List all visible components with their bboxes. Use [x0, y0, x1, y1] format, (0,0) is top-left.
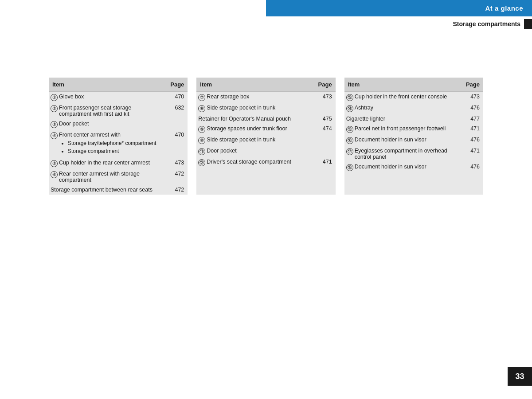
sub-item: Storage compartment	[68, 147, 165, 155]
page-cell: 476	[463, 103, 483, 114]
circle-num: ⑥	[51, 171, 58, 178]
item-text: Storage spaces under trunk floor	[207, 125, 309, 132]
table2-col-item: Item	[196, 78, 312, 92]
circle-num: ②	[51, 105, 58, 112]
sub-item: Storage tray/telephone* compartment	[68, 139, 165, 147]
item-text: Document holder in sun visor	[355, 137, 461, 143]
item-text: Cup holder in the front center console	[355, 94, 461, 100]
table-row: ⑥ Rear center armrest with storage compa…	[49, 169, 188, 185]
item-cell: Cigarette lighter	[344, 114, 463, 124]
page-cell: 476	[463, 135, 483, 146]
circle-num: ④	[51, 132, 58, 139]
item-cell: ④ Front center armrest with Storage tray…	[49, 130, 168, 158]
page-cell	[312, 146, 335, 157]
page-cell: 475	[312, 114, 335, 124]
item-cell: ① Glove box	[49, 92, 168, 103]
table-row: ⑫ Driver's seat storage compartment 471	[196, 157, 335, 168]
title-block-decoration	[524, 19, 532, 29]
page-cell	[312, 135, 335, 146]
page-cell: 470	[168, 92, 188, 103]
circle-num: ⑤	[51, 160, 58, 167]
circle-num: ⑮	[346, 126, 353, 133]
table2-col-page: Page	[312, 78, 335, 92]
table-row: ⑮ Parcel net in front passenger footwell…	[344, 124, 483, 135]
item-cell: ⑮ Parcel net in front passenger footwell	[344, 124, 463, 135]
table-row: ⑭ Ashtray 476	[344, 103, 483, 114]
item-text: Door pocket	[207, 148, 309, 154]
table-2: Item Page ⑦ Rear storage box 473	[196, 78, 335, 168]
table-row: ⑦ Rear storage box 473	[196, 92, 335, 103]
item-cell: ⑪ Door pocket	[196, 146, 312, 157]
item-text: Storage compartment between rear seats	[51, 187, 153, 193]
page-cell: 473	[312, 92, 335, 103]
page-cell	[168, 119, 188, 130]
circle-num: ⑰	[346, 148, 353, 155]
page-cell: 474	[312, 124, 335, 135]
table-row: ② Front passenger seat storage compartme…	[49, 103, 188, 119]
page-cell: 477	[463, 114, 483, 124]
item-text: Retainer for Operator's Manual pouch	[198, 116, 291, 122]
page-cell: 470	[168, 130, 188, 158]
table-row: ⑪ Door pocket	[196, 146, 335, 157]
at-a-glance-bar: At a glance	[266, 0, 532, 16]
item-cell: ③ Door pocket	[49, 119, 168, 130]
item-text: Eyeglasses compartment in overhead contr…	[355, 148, 461, 160]
table-row: ⑯ Document holder in sun visor 476	[344, 135, 483, 146]
page-number-box: 33	[508, 367, 532, 386]
item-text: Rear storage box	[207, 94, 309, 100]
table1-col-page: Page	[168, 78, 188, 92]
item-text: Front passenger seat storage compartment…	[59, 105, 165, 117]
storage-title-row: Storage compartments	[266, 16, 532, 31]
table-row: ① Glove box 470	[49, 92, 188, 103]
item-cell: ⑧ Side storage pocket in trunk	[196, 103, 312, 114]
table-row: Cigarette lighter 477	[344, 114, 483, 124]
item-cell: ② Front passenger seat storage compartme…	[49, 103, 168, 119]
table-row: ⑤ Cup holder in the rear center armrest …	[49, 158, 188, 169]
circle-num: ⑧	[198, 105, 205, 112]
item-text: Cigarette lighter	[346, 116, 385, 122]
page-cell: 472	[168, 185, 188, 195]
item-text: Front center armrest with Storage tray/t…	[59, 132, 165, 156]
item-cell: ⑩ Side storage pocket in trunk	[196, 135, 312, 146]
table3-col-item: Item	[344, 78, 463, 92]
circle-num: ①	[51, 94, 58, 101]
item-text: Ashtray	[355, 105, 461, 111]
at-a-glance-text: At a glance	[485, 4, 523, 12]
item-cell: Storage compartment between rear seats	[49, 185, 168, 195]
page-cell: 632	[168, 103, 188, 119]
header-area: At a glance Storage compartments	[266, 0, 532, 31]
table-section-3: Item Page ⑬ Cup holder in the front cent…	[344, 78, 483, 195]
table-row: ⑬ Cup holder in the front center console…	[344, 92, 483, 103]
item-cell: ⑦ Rear storage box	[196, 92, 312, 103]
circle-num: ⑫	[198, 159, 205, 166]
circle-num: ⑩	[198, 137, 205, 144]
circle-num: ⑬	[346, 94, 353, 101]
table-section-1: Item Page ① Glove box 470	[49, 78, 188, 195]
table-1: Item Page ① Glove box 470	[49, 78, 188, 195]
page-number: 33	[515, 372, 524, 381]
table-row: ⑱ Document holder in sun visor 476	[344, 162, 483, 173]
item-cell: ⑰ Eyeglasses compartment in overhead con…	[344, 146, 463, 162]
item-cell: ⑤ Cup holder in the rear center armrest	[49, 158, 168, 169]
item-cell: ⑯ Document holder in sun visor	[344, 135, 463, 146]
circle-num: ⑦	[198, 94, 205, 101]
item-text: Parcel net in front passenger footwell	[355, 125, 461, 132]
item-text: Glove box	[59, 94, 165, 100]
item-text: Side storage pocket in trunk	[207, 137, 309, 143]
page-cell: 471	[312, 157, 335, 168]
table1-col-item: Item	[49, 78, 168, 92]
item-cell: ⑬ Cup holder in the front center console	[344, 92, 463, 103]
tables-container: Item Page ① Glove box 470	[49, 78, 483, 195]
table-row: Storage compartment between rear seats 4…	[49, 185, 188, 195]
item-cell: ⑫ Driver's seat storage compartment	[196, 157, 312, 168]
table-row: ⑰ Eyeglasses compartment in overhead con…	[344, 146, 483, 162]
item-text: Door pocket	[59, 121, 165, 127]
item-cell: ⑥ Rear center armrest with storage compa…	[49, 169, 168, 185]
item-cell: ⑭ Ashtray	[344, 103, 463, 114]
page-cell: 473	[168, 158, 188, 169]
table-row: ③ Door pocket	[49, 119, 188, 130]
table-row: ⑧ Side storage pocket in trunk	[196, 103, 335, 114]
item-text: Side storage pocket in trunk	[207, 105, 309, 111]
circle-num: ⑨	[198, 126, 205, 133]
item-text: Driver's seat storage compartment	[207, 159, 309, 165]
